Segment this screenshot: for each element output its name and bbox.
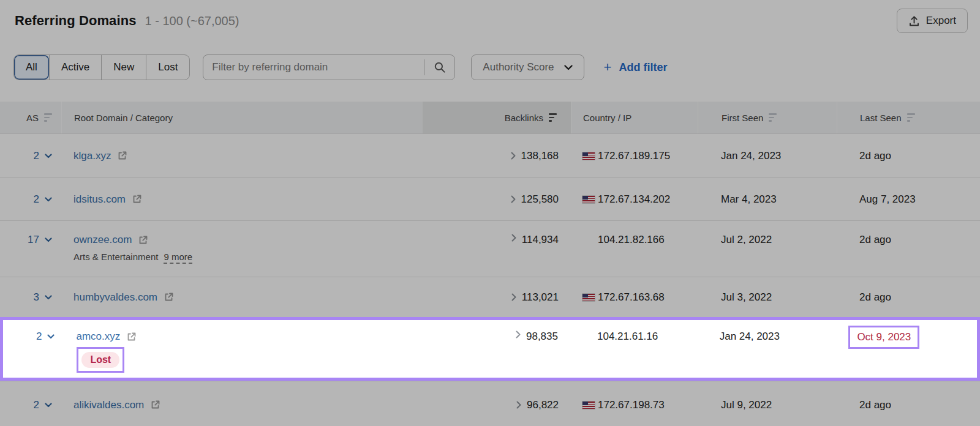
chevron-down-icon — [45, 197, 52, 202]
tab-lost[interactable]: Lost — [146, 55, 189, 80]
table-row[interactable]: 2 klga.xyz 138,168 — [0, 133, 980, 177]
first-seen-date: Jan 24, 2023 — [720, 331, 780, 343]
chevron-right-icon[interactable] — [511, 152, 516, 160]
column-header-country-ip: Country / IP — [571, 102, 698, 133]
page-header: Referring Domains 1 - 100 (~67,005) Expo… — [0, 0, 980, 37]
external-link-icon[interactable] — [138, 235, 148, 245]
authority-score-label: Authority Score — [483, 61, 554, 73]
result-range: 1 - 100 (~67,005) — [145, 14, 239, 28]
external-link-icon[interactable] — [117, 151, 127, 161]
authority-score-dropdown[interactable]: Authority Score — [471, 54, 584, 80]
domain-filter-searchbox — [203, 54, 455, 80]
table-row[interactable]: 2 amco.xyz Lost — [3, 320, 977, 378]
search-icon — [434, 61, 446, 73]
last-seen-date: 2d ago — [859, 234, 891, 246]
chevron-down-icon — [45, 295, 52, 300]
add-filter-label: Add filter — [619, 61, 667, 74]
tab-all[interactable]: All — [14, 55, 49, 80]
column-header-as[interactable]: AS — [0, 102, 61, 133]
highlighted-row-annotation: 2 amco.xyz Lost — [0, 317, 980, 381]
domain-link[interactable]: idsitus.com — [74, 193, 126, 206]
page-title: Referring Domains — [15, 13, 137, 29]
domain-link[interactable]: amco.xyz — [76, 331, 120, 343]
referring-domains-table: AS Root Domain / Category Backlinks Coun… — [0, 102, 980, 426]
chevron-down-icon — [564, 65, 573, 70]
chevron-right-icon[interactable] — [516, 331, 521, 338]
first-seen-date: Jul 9, 2022 — [721, 399, 772, 411]
us-flag-icon — [582, 294, 595, 301]
first-seen-date: Jan 24, 2023 — [721, 150, 781, 162]
lost-status-badge: Lost — [81, 352, 119, 368]
table-header-row: AS Root Domain / Category Backlinks Coun… — [0, 102, 980, 133]
backlinks-count: 98,835 — [526, 331, 558, 343]
external-link-icon[interactable] — [126, 332, 137, 342]
external-link-icon[interactable] — [132, 194, 142, 204]
tab-active[interactable]: Active — [49, 55, 101, 80]
sort-bars-icon — [769, 113, 777, 122]
column-header-backlinks[interactable]: Backlinks — [423, 102, 571, 133]
column-header-last-seen[interactable]: Last Seen — [837, 102, 980, 133]
last-seen-date: 2d ago — [859, 291, 891, 304]
domain-link[interactable]: ownzee.com — [74, 234, 132, 246]
category-label: Arts & Entertainment — [74, 252, 158, 262]
search-button[interactable] — [425, 55, 454, 80]
backlinks-count: 113,021 — [522, 291, 559, 304]
backlinks-count: 138,168 — [521, 150, 559, 162]
as-expander[interactable]: 2 — [34, 399, 52, 411]
lost-date-annotation-box: Oct 9, 2023 — [848, 326, 919, 349]
ip-address: 104.21.82.166 — [598, 234, 665, 246]
ip-address: 104.21.61.16 — [597, 331, 658, 343]
ip-address: 172.67.163.68 — [598, 291, 665, 304]
us-flag-icon — [582, 196, 595, 203]
sort-bars-icon — [907, 113, 915, 122]
status-filter-tabs: All Active New Lost — [13, 54, 190, 80]
external-link-icon[interactable] — [150, 400, 160, 410]
table-row[interactable]: 2 idsitus.com 125,580 — [0, 177, 980, 220]
tab-new[interactable]: New — [101, 55, 146, 80]
chevron-down-icon — [47, 334, 55, 339]
backlinks-count: 96,822 — [527, 399, 559, 411]
export-button-label: Export — [926, 15, 956, 27]
chevron-right-icon[interactable] — [511, 234, 516, 242]
upload-icon — [908, 15, 920, 27]
domain-link[interactable]: alikivaldes.com — [74, 399, 144, 411]
us-flag-icon — [582, 402, 595, 409]
referring-domains-report: Referring Domains 1 - 100 (~67,005) Expo… — [0, 0, 980, 426]
as-expander[interactable]: 2 — [36, 331, 55, 343]
table-row[interactable]: 17 ownzee.com Arts & Entertainment 9 mor… — [0, 220, 980, 277]
domain-filter-input[interactable] — [203, 61, 424, 73]
column-header-first-seen[interactable]: First Seen — [698, 102, 837, 133]
add-filter-button[interactable]: + Add filter — [604, 61, 668, 74]
domain-link[interactable]: humbyvaldes.com — [74, 291, 157, 304]
lost-badge-annotation-box: Lost — [77, 347, 124, 373]
external-link-icon[interactable] — [164, 292, 174, 302]
chevron-down-icon — [45, 403, 52, 408]
table-row[interactable]: 2 alikivaldes.com 96,822 — [0, 381, 980, 426]
chevron-down-icon — [45, 237, 52, 242]
chevron-right-icon[interactable] — [516, 401, 521, 409]
chevron-right-icon[interactable] — [511, 195, 516, 203]
table-row[interactable]: 3 humbyvaldes.com 113,021 — [0, 277, 980, 317]
filter-toolbar: All Active New Lost Authority Score — [13, 54, 980, 81]
us-flag-icon — [582, 152, 595, 160]
backlinks-count: 114,934 — [522, 234, 559, 246]
sort-bars-icon — [549, 113, 557, 122]
export-button[interactable]: Export — [897, 9, 968, 33]
column-header-root-domain: Root Domain / Category — [61, 102, 423, 133]
as-expander[interactable]: 17 — [28, 234, 52, 246]
last-seen-date: Aug 7, 2023 — [859, 193, 916, 206]
first-seen-date: Jul 3, 2022 — [721, 291, 772, 304]
last-seen-date: 2d ago — [859, 150, 891, 162]
as-expander[interactable]: 2 — [34, 150, 52, 162]
chevron-right-icon[interactable] — [511, 293, 516, 301]
more-categories-link[interactable]: 9 more — [164, 252, 192, 264]
ip-address: 172.67.189.175 — [598, 150, 670, 162]
sort-bars-icon — [44, 113, 52, 122]
as-expander[interactable]: 2 — [34, 193, 52, 206]
domain-link[interactable]: klga.xyz — [74, 150, 111, 162]
as-expander[interactable]: 3 — [34, 291, 52, 304]
first-seen-date: Mar 4, 2023 — [721, 193, 777, 206]
first-seen-date: Jul 2, 2022 — [721, 234, 772, 246]
chevron-down-icon — [45, 154, 52, 159]
backlinks-count: 125,580 — [521, 193, 559, 206]
